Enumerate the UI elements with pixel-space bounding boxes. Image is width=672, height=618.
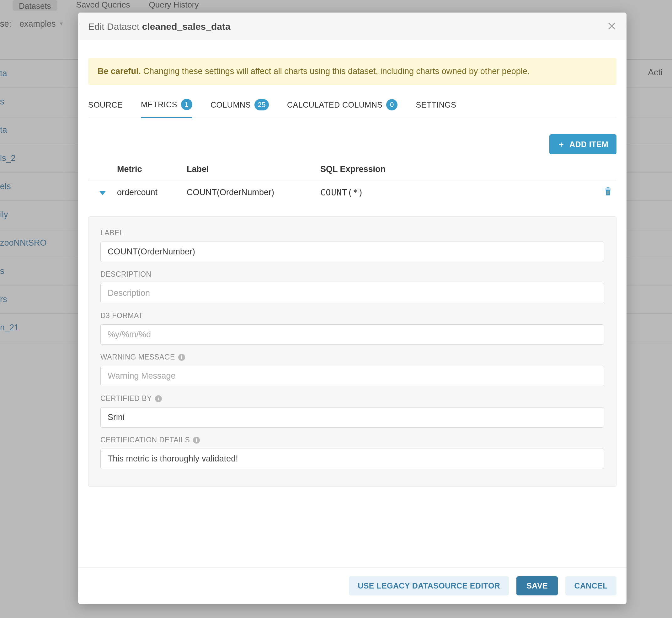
cell-metric: ordercount [117, 188, 187, 197]
tab-metrics-label: METRICS [141, 100, 177, 109]
save-button[interactable]: SAVE [516, 576, 558, 595]
tab-columns-label: COLUMNS [210, 100, 251, 109]
tab-columns[interactable]: COLUMNS 25 [210, 94, 269, 118]
metrics-count-badge: 1 [181, 99, 192, 110]
warning-field-label: WARNING MESSAGE i [100, 353, 604, 362]
expand-row-icon[interactable] [99, 188, 106, 197]
metrics-table: Metric Label SQL Expression ordercount C… [88, 160, 616, 205]
col-metric: Metric [117, 165, 187, 174]
warning-alert: Be careful. Changing these settings will… [88, 58, 616, 85]
modal-title-dataset: cleaned_sales_data [142, 21, 230, 32]
svg-rect-4 [608, 191, 608, 195]
cert-details-field-label: CERTIFICATION DETAILS i [100, 436, 604, 444]
modal-title-prefix: Edit Dataset [88, 21, 139, 32]
add-item-button[interactable]: ＋ ADD ITEM [549, 134, 616, 154]
certified-by-field-label: CERTIFIED BY i [100, 394, 604, 403]
warning-input[interactable] [100, 366, 604, 386]
info-icon: i [178, 354, 185, 361]
alert-bold: Be careful. [98, 67, 141, 76]
cell-sql: COUNT(*) [320, 188, 604, 197]
cert-details-input[interactable] [100, 448, 604, 469]
col-sql: SQL Expression [320, 165, 616, 174]
description-input[interactable] [100, 283, 604, 303]
svg-marker-2 [99, 191, 106, 195]
cancel-button[interactable]: CANCEL [565, 576, 616, 595]
alert-text: Changing these settings will affect all … [141, 67, 530, 76]
info-icon: i [155, 395, 162, 402]
tab-calculated-columns[interactable]: CALCULATED COLUMNS 0 [287, 94, 397, 118]
table-row: ordercount COUNT(OrderNumber) COUNT(*) [88, 180, 616, 205]
tab-settings[interactable]: SETTINGS [416, 94, 456, 118]
close-icon[interactable] [607, 21, 616, 33]
description-field-label: DESCRIPTION [100, 270, 604, 279]
d3-format-input[interactable] [100, 324, 604, 345]
tab-calc-label: CALCULATED COLUMNS [287, 100, 382, 109]
trash-icon[interactable] [604, 189, 612, 198]
cell-label: COUNT(OrderNumber) [187, 188, 320, 197]
tab-source[interactable]: SOURCE [88, 94, 123, 118]
modal-header: Edit Dataset cleaned_sales_data [78, 13, 627, 40]
col-label: Label [187, 165, 320, 174]
warning-label-text: WARNING MESSAGE [100, 353, 175, 362]
info-icon: i [193, 437, 200, 443]
d3-format-field-label: D3 FORMAT [100, 312, 604, 320]
use-legacy-editor-button[interactable]: USE LEGACY DATASOURCE EDITOR [349, 576, 509, 595]
edit-dataset-modal: Edit Dataset cleaned_sales_data Be caref… [78, 13, 627, 604]
modal-footer: USE LEGACY DATASOURCE EDITOR SAVE CANCEL [78, 567, 627, 604]
columns-count-badge: 25 [255, 99, 269, 110]
label-input[interactable] [100, 241, 604, 262]
label-field-label: LABEL [100, 229, 604, 237]
cert-by-label-text: CERTIFIED BY [100, 394, 152, 403]
plus-icon: ＋ [558, 139, 565, 149]
tab-metrics[interactable]: METRICS 1 [141, 94, 192, 118]
svg-rect-5 [609, 191, 609, 195]
calc-columns-count-badge: 0 [386, 99, 397, 110]
cert-details-label-text: CERTIFICATION DETAILS [100, 436, 190, 444]
tab-settings-label: SETTINGS [416, 100, 456, 109]
certified-by-input[interactable] [100, 407, 604, 428]
tabs: SOURCE METRICS 1 COLUMNS 25 CALCULATED C… [88, 94, 616, 118]
add-item-label: ADD ITEM [569, 140, 608, 149]
tab-source-label: SOURCE [88, 100, 123, 109]
metric-edit-panel: LABEL DESCRIPTION D3 FORMAT WARNING MESS… [88, 216, 616, 487]
svg-rect-3 [607, 191, 607, 195]
